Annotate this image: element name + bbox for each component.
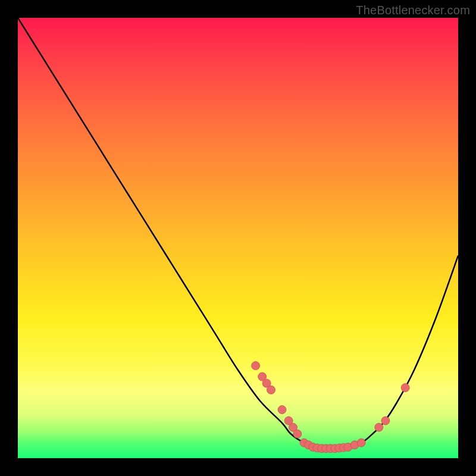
chart-plot-area	[18, 18, 458, 458]
attribution-label: TheBottleneсker.com	[356, 4, 470, 17]
